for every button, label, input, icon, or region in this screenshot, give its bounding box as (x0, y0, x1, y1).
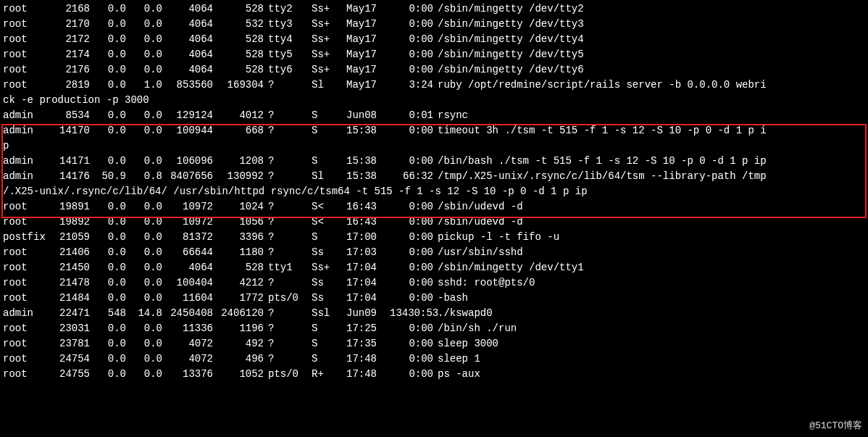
col-start: May17 (346, 32, 390, 47)
col-stat: Sl (312, 78, 346, 93)
col-vsz: 11604 (162, 291, 213, 306)
col-command: ruby /opt/redmine/script/rails server -b… (433, 78, 865, 93)
process-row: admin85340.00.01291244012?SJun080:01rsyn… (3, 108, 865, 123)
col-rss: 528 (213, 62, 264, 78)
col-start: 16:43 (346, 215, 390, 230)
col-rss: 2406120 (213, 306, 264, 321)
col-rss: 1180 (213, 245, 264, 260)
col-command: rsync (433, 108, 865, 123)
col-vsz: 4072 (162, 336, 213, 351)
col-vsz: 81372 (162, 230, 213, 245)
col-vsz: 10972 (162, 199, 213, 215)
col-vsz: 13376 (162, 367, 213, 382)
col-pid: 2174 (54, 47, 90, 62)
col-pid: 23781 (54, 336, 90, 351)
process-row: root28190.01.0853560169304?SlMay173:24ru… (3, 78, 865, 93)
col-mem: 0.0 (126, 32, 162, 47)
col-stat: Ss+ (312, 17, 346, 32)
col-command: /sbin/mingetty /dev/tty6 (433, 62, 865, 78)
col-pid: 24754 (54, 351, 90, 367)
process-row: root21680.00.04064528tty2Ss+May170:00/sb… (3, 1, 865, 17)
col-vsz: 106096 (162, 154, 213, 169)
col-start: May17 (346, 78, 390, 93)
col-stat: S (312, 336, 346, 351)
col-user: root (3, 17, 54, 32)
col-mem: 0.0 (126, 336, 162, 351)
col-mem: 0.0 (126, 275, 162, 291)
col-cpu: 0.0 (90, 351, 126, 367)
col-rss: 1024 (213, 199, 264, 215)
col-command: /sbin/mingetty /dev/tty2 (433, 1, 865, 17)
col-rss: 1208 (213, 154, 264, 169)
col-stat: R+ (312, 367, 346, 382)
col-start: May17 (346, 47, 390, 62)
col-stat: Ss+ (312, 32, 346, 47)
col-user: root (3, 367, 54, 382)
col-mem: 0.0 (126, 215, 162, 230)
col-tty: ? (264, 154, 312, 169)
col-stat: S (312, 123, 346, 138)
col-start: 17:04 (346, 291, 390, 306)
col-stat: S< (312, 215, 346, 230)
col-user: root (3, 336, 54, 351)
col-command: /sbin/udevd -d (433, 215, 865, 230)
col-mem: 0.0 (126, 260, 162, 275)
col-mem: 0.0 (126, 108, 162, 123)
col-tty: ? (264, 351, 312, 367)
col-user: root (3, 260, 54, 275)
col-mem: 14.8 (126, 306, 162, 321)
col-user: admin (3, 108, 54, 123)
col-mem: 0.0 (126, 17, 162, 32)
col-vsz: 66644 (162, 245, 213, 260)
col-time: 0:00 (390, 199, 433, 215)
col-tty: ? (264, 169, 312, 184)
col-tty: ? (264, 199, 312, 215)
col-command: /bin/sh ./run (433, 321, 865, 336)
col-time: 0:00 (390, 245, 433, 260)
col-user: root (3, 291, 54, 306)
col-tty: tty4 (264, 32, 312, 47)
process-row: root230310.00.0113361196?S17:250:00/bin/… (3, 321, 865, 336)
col-rss: 492 (213, 336, 264, 351)
col-stat: Ss+ (312, 1, 346, 17)
col-cpu: 0.0 (90, 260, 126, 275)
col-cpu: 0.0 (90, 275, 126, 291)
col-tty: pts/0 (264, 291, 312, 306)
col-stat: Ss+ (312, 260, 346, 275)
col-time: 3:24 (390, 78, 433, 93)
col-user: root (3, 245, 54, 260)
col-tty: tty2 (264, 1, 312, 17)
col-cpu: 0.0 (90, 336, 126, 351)
col-pid: 24755 (54, 367, 90, 382)
col-cpu: 0.0 (90, 154, 126, 169)
col-vsz: 4064 (162, 260, 213, 275)
col-command-continued: ck -e production -p 3000 (3, 93, 149, 108)
col-stat: S (312, 351, 346, 367)
col-mem: 0.0 (126, 154, 162, 169)
col-stat: Sl (312, 169, 346, 184)
process-row-wrap: ck -e production -p 3000 (3, 93, 865, 108)
col-start: 17:04 (346, 260, 390, 275)
col-vsz: 4064 (162, 1, 213, 17)
col-pid: 22471 (54, 306, 90, 321)
col-command: /sbin/mingetty /dev/tty4 (433, 32, 865, 47)
col-start: Jun09 (346, 306, 390, 321)
col-command: /sbin/mingetty /dev/tty3 (433, 17, 865, 32)
process-row: admin141710.00.01060961208?S15:380:00/bi… (3, 154, 865, 169)
col-start: 15:38 (346, 169, 390, 184)
process-row: root214780.00.01004044212?Ss17:040:00ssh… (3, 275, 865, 291)
col-start: May17 (346, 1, 390, 17)
col-user: root (3, 1, 54, 17)
col-rss: 4212 (213, 275, 264, 291)
col-stat: S< (312, 199, 346, 215)
process-row: admin141700.00.0100944668?S15:380:00time… (3, 123, 865, 138)
col-start: 15:38 (346, 123, 390, 138)
col-command: pickup -l -t fifo -u (433, 230, 865, 245)
col-time: 0:00 (390, 367, 433, 382)
col-stat: S (312, 230, 346, 245)
col-start: 17:48 (346, 351, 390, 367)
process-row-wrap: /.X25-unix/.rsync/c/lib/64/ /usr/sbin/ht… (3, 184, 865, 199)
col-cpu: 0.0 (90, 62, 126, 78)
process-row: root237810.00.04072492?S17:350:00sleep 3… (3, 336, 865, 351)
col-mem: 0.0 (126, 367, 162, 382)
